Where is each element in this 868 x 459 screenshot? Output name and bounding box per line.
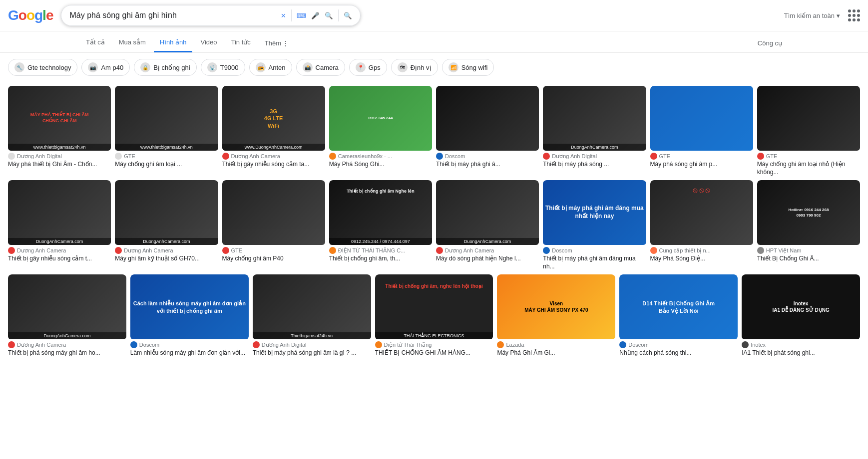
source-favicon xyxy=(329,153,336,160)
search-input[interactable] xyxy=(69,11,276,20)
image-thumbnail: InotexIA1 DỄ DÀNG SỬ DỤNG xyxy=(742,274,860,339)
image-card-2-6[interactable]: Thiết bị máy phá ghi âm đáng mua nhất hi… xyxy=(543,180,646,270)
filter-chip-camera[interactable]: 📸 Camera xyxy=(296,59,345,76)
more-dots-icon: ⋮ xyxy=(282,39,289,47)
nav-bar: Tất cả Mua sắm Hình ảnh Video Tin tức Th… xyxy=(0,31,868,53)
google-logo[interactable]: Google xyxy=(8,7,53,23)
source-favicon xyxy=(222,153,229,160)
image-thumbnail: Hotline: 0916 244 2680903 790 902 xyxy=(757,180,860,245)
image-card-1-4[interactable]: 0912.345.244 Camerasieunho9x - ... Máy P… xyxy=(329,86,432,176)
source-favicon xyxy=(8,247,15,254)
image-row-1: MÁY PHÁ THIẾT BỊ GHI ÂMCHỐNG GHI ÂM www.… xyxy=(0,86,868,180)
image-card-1-2[interactable]: www.thiettbigamsat24h.vn GTE Máy chống g… xyxy=(115,86,218,176)
image-card-2-1[interactable]: DuongAnhCamera.com Dương Anh Camera Thiế… xyxy=(8,180,111,270)
safe-search-label[interactable]: Tìm kiếm an toàn ▾ xyxy=(784,12,840,19)
tools-button[interactable]: Công cụ xyxy=(752,34,788,52)
image-card-1-5[interactable]: Doscom Thiết bị máy phá ghi â... xyxy=(436,86,539,176)
search-submit-button[interactable]: 🔍 xyxy=(344,12,352,19)
source-favicon xyxy=(115,247,122,254)
nav-more-button[interactable]: Thêm ⋮ xyxy=(259,34,295,52)
filter-chip-song-wifi[interactable]: 📶 Sóng wifi xyxy=(442,59,494,76)
voice-search-button[interactable]: 🎤 xyxy=(311,12,320,19)
filter-chip-gps[interactable]: 📍 Gps xyxy=(349,59,387,76)
image-card-2-4[interactable]: Thiết bị chống ghi âm Nghe lén 0912.245.… xyxy=(329,180,432,270)
image-card-3-1[interactable]: DuongAnhCamera.com Dương Anh Camera Thiế… xyxy=(8,274,126,357)
source-favicon xyxy=(742,341,749,348)
source-favicon xyxy=(375,341,382,348)
chip-icon-gte: 🔧 xyxy=(14,62,24,72)
image-thumbnail: 3G4G LTEWiFi www.DuongAnhCamera.com xyxy=(222,86,325,151)
image-thumbnail: Thiết bị chống ghi âm Nghe lén 0912.245.… xyxy=(329,180,432,245)
source-favicon xyxy=(543,247,550,254)
image-thumbnail: 🚫 🚫 🚫 xyxy=(650,180,753,245)
image-card-3-2[interactable]: Cách làm nhiễu sóng máy ghi âm đơn giản … xyxy=(130,274,249,357)
nav-item-video[interactable]: Video xyxy=(194,33,223,52)
chip-icon-gps: 📍 xyxy=(356,62,366,72)
source-favicon xyxy=(650,153,657,160)
image-card-1-1[interactable]: MÁY PHÁ THIẾT BỊ GHI ÂMCHỐNG GHI ÂM www.… xyxy=(8,86,111,176)
source-favicon xyxy=(619,341,626,348)
image-card-3-6[interactable]: D14 Thiết Bị Chống Ghi ÂmBảo Vệ Lời Nói … xyxy=(619,274,738,357)
image-card-2-5[interactable]: DuongAnhCamera.com Dương Anh Camera Máy … xyxy=(436,180,539,270)
image-thumbnail: D14 Thiết Bị Chống Ghi ÂmBảo Vệ Lời Nói xyxy=(619,274,738,339)
image-card-3-3[interactable]: Thietbigamsat24h.vn Dương Anh Digital Th… xyxy=(253,274,371,357)
search-divider-2 xyxy=(338,9,339,21)
source-favicon xyxy=(8,341,15,348)
image-card-1-8[interactable]: GTE Máy chống ghi âm loại nhỏ (Hiện khôn… xyxy=(757,86,860,176)
filter-chip-bi-chong-ghi[interactable]: 🔒 Bị chống ghi xyxy=(134,59,196,76)
image-thumbnail xyxy=(436,86,539,151)
source-favicon xyxy=(543,153,550,160)
image-card-2-8[interactable]: Hotline: 0916 244 2680903 790 902 HPT Vi… xyxy=(757,180,860,270)
source-favicon xyxy=(130,341,137,348)
chip-icon-dinhvi: 🗺 xyxy=(398,62,408,72)
chip-icon-t9000: 📡 xyxy=(207,62,217,72)
image-search-button[interactable]: 🔍 xyxy=(325,12,333,19)
apps-menu-button[interactable] xyxy=(848,9,860,21)
filter-chip-dinh-vi[interactable]: 🗺 Định vị xyxy=(391,59,438,76)
filter-chip-gte-technology[interactable]: 🔧 Gte technology xyxy=(8,59,77,76)
image-card-2-7[interactable]: 🚫 🚫 🚫 Cung cấp thiết bị n... Máy Phá Són… xyxy=(650,180,753,270)
source-favicon xyxy=(115,153,122,160)
filter-chip-t9000[interactable]: 📡 T9000 xyxy=(201,59,245,76)
image-row-3: DuongAnhCamera.com Dương Anh Camera Thiế… xyxy=(0,274,868,361)
clear-search-button[interactable]: ✕ xyxy=(281,12,286,19)
source-favicon xyxy=(8,153,15,160)
image-thumbnail xyxy=(757,86,860,151)
chip-icon-camera: 📸 xyxy=(303,62,313,72)
chip-icon-amp40: 📷 xyxy=(88,62,98,72)
image-card-1-3[interactable]: 3G4G LTEWiFi www.DuongAnhCamera.com Dươn… xyxy=(222,86,325,176)
image-thumbnail: DuongAnhCamera.com xyxy=(115,180,218,245)
image-card-2-3[interactable]: GTE Máy chống ghi âm P40 xyxy=(222,180,325,270)
image-card-3-7[interactable]: InotexIA1 DỄ DÀNG SỬ DỤNG Inotex IA1 Thi… xyxy=(742,274,860,357)
image-thumbnail: Thiết bị chống ghi âm, nghe lén hội thoạ… xyxy=(375,274,493,339)
filter-chip-amp40[interactable]: 📷 Am p40 xyxy=(81,59,130,76)
keyboard-icon-button[interactable]: ⌨ xyxy=(297,12,306,19)
chip-icon-songwifi: 📶 xyxy=(448,62,458,72)
image-card-1-6[interactable]: DuongAnhCamera.com Dương Anh Digital Thi… xyxy=(543,86,646,176)
image-thumbnail: Thiết bị máy phá ghi âm đáng mua nhất hi… xyxy=(543,180,646,245)
chip-icon-bichongghi: 🔒 xyxy=(140,62,150,72)
source-favicon xyxy=(757,247,764,254)
image-thumbnail: DuongAnhCamera.com xyxy=(8,180,111,245)
nav-item-all[interactable]: Tất cả xyxy=(80,33,111,52)
image-thumbnail: DuongAnhCamera.com xyxy=(436,180,539,245)
nav-item-shopping[interactable]: Mua sắm xyxy=(113,33,152,52)
filter-chip-anten[interactable]: 📻 Anten xyxy=(249,59,292,76)
image-thumbnail: Thietbigamsat24h.vn xyxy=(253,274,371,339)
image-thumbnail xyxy=(650,86,753,151)
image-thumbnail: VisenMÁY GHI ÂM SONY PX 470 xyxy=(497,274,615,339)
source-favicon xyxy=(222,247,229,254)
image-card-3-4[interactable]: Thiết bị chống ghi âm, nghe lén hội thoạ… xyxy=(375,274,493,357)
source-favicon xyxy=(253,341,260,348)
filter-bar: 🔧 Gte technology 📷 Am p40 🔒 Bị chống ghi… xyxy=(0,53,868,82)
source-favicon xyxy=(436,153,443,160)
image-card-3-5[interactable]: VisenMÁY GHI ÂM SONY PX 470 Lazada Máy P… xyxy=(497,274,615,357)
source-favicon xyxy=(650,247,657,254)
image-card-2-2[interactable]: DuongAnhCamera.com Dương Anh Camera Máy … xyxy=(115,180,218,270)
image-thumbnail xyxy=(222,180,325,245)
search-divider xyxy=(291,9,292,21)
nav-item-news[interactable]: Tin tức xyxy=(225,33,256,52)
nav-item-images[interactable]: Hình ảnh xyxy=(154,33,193,52)
image-card-1-7[interactable]: GTE Máy phá sóng ghi âm p... xyxy=(650,86,753,176)
source-favicon xyxy=(497,341,504,348)
